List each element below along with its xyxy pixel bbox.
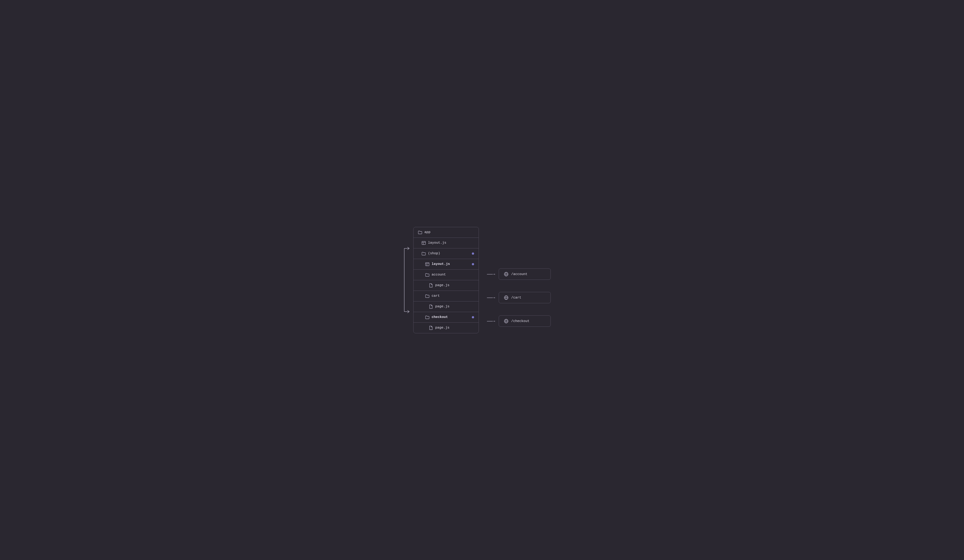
tree-row: app	[414, 227, 479, 238]
arrow-account: ——→	[484, 272, 499, 277]
cart-connector: ——→ /cart	[484, 292, 551, 304]
row-label-layout1: layout.js	[428, 241, 474, 245]
tree-row-account: account	[414, 269, 479, 280]
file-icon	[429, 326, 433, 330]
folder-icon	[418, 230, 422, 234]
tree-row: page.js	[414, 280, 479, 291]
tree-row-cart: cart	[414, 291, 479, 302]
layout-icon	[425, 262, 429, 266]
route-box-account: /account	[499, 268, 551, 280]
folder-icon	[422, 252, 426, 256]
row-label-page3: page.js	[435, 326, 474, 330]
row-label-checkout: checkout	[432, 315, 470, 319]
globe-icon	[504, 319, 508, 323]
folder-icon	[425, 315, 429, 319]
file-tree: app layout.js (shop)	[413, 227, 479, 333]
route-box-checkout: /checkout	[499, 315, 551, 327]
route-path-cart: /cart	[511, 296, 521, 300]
row-label-account: account	[432, 273, 474, 277]
layout-icon	[422, 241, 426, 245]
globe-icon	[504, 295, 508, 300]
arrow-cart: ——→	[484, 295, 499, 300]
row-label-layout2: layout.js	[432, 262, 470, 266]
dot-badge	[472, 252, 474, 255]
file-icon	[429, 305, 433, 309]
account-connector: ——→ /account	[484, 268, 551, 280]
folder-icon	[425, 294, 429, 298]
dot-badge	[472, 263, 474, 265]
row-label-page2: page.js	[435, 305, 474, 308]
dot-badge	[472, 316, 474, 318]
tree-row: page.js	[414, 302, 479, 312]
route-path-checkout: /checkout	[511, 319, 529, 323]
file-icon	[429, 283, 433, 287]
bracket-container	[391, 221, 411, 339]
arrow-checkout: ——→	[484, 319, 499, 324]
page3-spacer	[484, 327, 551, 339]
row-label-app: app	[424, 230, 474, 234]
bracket-arrows-svg	[391, 244, 411, 316]
svg-rect-3	[422, 241, 425, 245]
row-label-page1: page.js	[435, 283, 474, 287]
tree-row: layout.js	[414, 238, 479, 248]
tree-row-checkout: checkout	[414, 312, 479, 323]
svg-rect-6	[425, 263, 429, 266]
row-label-cart: cart	[432, 294, 474, 298]
page1-spacer	[484, 280, 551, 292]
page2-spacer	[484, 304, 551, 315]
route-path-account: /account	[511, 272, 528, 276]
tree-row: layout.js	[414, 259, 479, 269]
diagram: app layout.js (shop)	[413, 221, 551, 339]
tree-row: (shop)	[414, 248, 479, 259]
connectors-and-routes: ——→ /account ——→	[484, 221, 551, 339]
tree-row: page.js	[414, 323, 479, 333]
route-box-cart: /cart	[499, 292, 551, 303]
globe-icon	[504, 272, 508, 276]
checkout-connector: ——→ /checkout	[484, 315, 551, 327]
folder-icon	[425, 273, 429, 277]
top-spacer	[484, 221, 551, 268]
row-label-shop: (shop)	[428, 252, 470, 255]
